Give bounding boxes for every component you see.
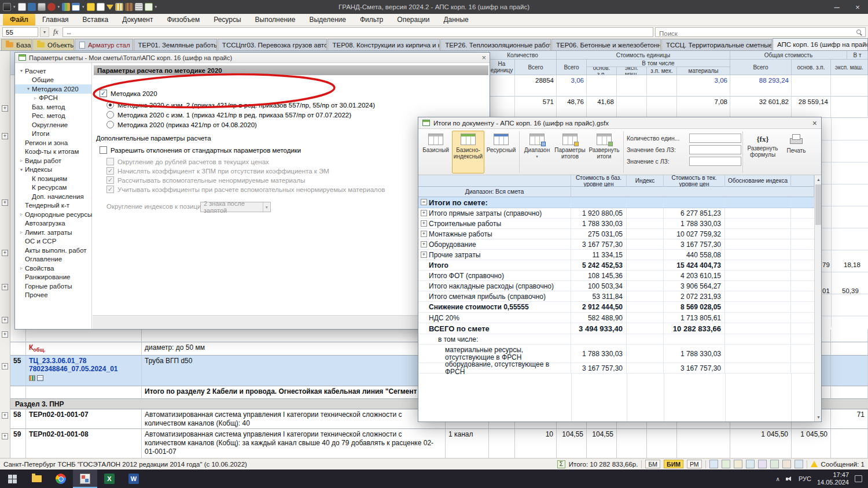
column-header-base[interactable]: Стоимость в баз. уровне цен <box>571 175 627 187</box>
totals-row[interactable]: в том числе: <box>418 334 814 345</box>
tree-item-k-resursam[interactable]: К ресурсам <box>15 183 91 193</box>
value-with-lz-input[interactable] <box>689 157 741 166</box>
doc-tab-base[interactable]: База <box>1 39 32 50</box>
tree-item-odnorodnye-resursy[interactable]: ▹Однородные ресурсы <box>15 210 91 219</box>
chevron-right-icon[interactable]: ▹ <box>18 230 25 235</box>
chevron-right-icon[interactable]: ▹ <box>32 95 39 101</box>
tree-item-obshchie[interactable]: Общие <box>15 76 91 85</box>
view-toggle-icon[interactable] <box>746 460 755 468</box>
tree-item-koef-k-itogam[interactable]: Коэф-ты к итогам <box>15 147 91 157</box>
expand-totals-button[interactable]: Развернуть итоги <box>587 131 621 173</box>
tree-item-limit-zatraty[interactable]: ▹Лимит. затраты <box>15 228 91 237</box>
tab-data[interactable]: Данные <box>436 14 475 25</box>
excel-icon[interactable]: X <box>97 469 122 488</box>
tab-operations[interactable]: Операции <box>390 14 436 25</box>
tree-item-oglavlenie[interactable]: Оглавление <box>15 255 91 264</box>
range-button[interactable]: Диапазон ▾ <box>521 131 553 173</box>
totals-row-nds[interactable]: НДС 20% 582 488,90 1 713 805,61 <box>418 313 814 323</box>
dialog-title-bar[interactable]: Параметры сметы - Мои сметы\Тотал\АПС ко… <box>15 53 490 63</box>
name-box-dropdown-icon[interactable]: ▾ <box>40 27 49 37</box>
tree-item-tendernyj-kt[interactable]: Тендерный к-т <box>15 201 91 210</box>
doc-tab-ter26[interactable]: ТЕР26. Теплоизоляционные работ...× <box>440 39 551 50</box>
library-icon[interactable] <box>125 3 133 11</box>
expand-icon[interactable]: + <box>421 252 427 258</box>
tree-item-akty[interactable]: Акты выполн. работ <box>15 246 91 255</box>
tab-resources[interactable]: Ресурсы <box>207 14 248 25</box>
tab-physvolume[interactable]: Физобъем <box>160 14 207 25</box>
scroll-up-icon[interactable]: ▲ <box>815 175 821 184</box>
totals-row[interactable]: Итого ФОТ (справочно) 108 145,36 4 203 6… <box>418 271 814 281</box>
view-toggle-icon[interactable] <box>722 460 730 468</box>
view-toggle-icon[interactable] <box>734 460 742 468</box>
radio-base-2020[interactable]: Методика 2020 (приказ 421/пр от 04.08.20… <box>106 121 257 128</box>
chevron-down-icon[interactable]: ▾ <box>82 5 85 9</box>
chart-icon[interactable] <box>29 375 35 381</box>
filter-icon[interactable] <box>106 5 113 10</box>
radio-izm2[interactable]: Методика 2020 с изм. 2 (приказ 421/пр в … <box>106 101 375 109</box>
totals-row[interactable]: +Оборудование 3 167 757,30 3 167 757,30 <box>418 239 814 250</box>
column-header[interactable] <box>418 175 571 187</box>
totals-row[interactable]: +Итого прямые затраты (справочно) 1 920 … <box>418 208 814 219</box>
doc-tab-ter08[interactable]: ТЕР08. Конструкции из кирпича и к...× <box>328 39 440 50</box>
rounding-select[interactable]: 2 знака после запятой ▾ <box>200 202 271 212</box>
totals-row[interactable]: Итого накладные расходы (справочно) 100 … <box>418 281 814 291</box>
chevron-right-icon[interactable]: ▹ <box>18 158 25 163</box>
chevron-down-icon[interactable]: ▾ <box>18 167 25 172</box>
word-icon[interactable]: W <box>122 469 146 488</box>
expand-icon[interactable]: + <box>421 231 427 237</box>
collapse-icon[interactable]: − <box>421 199 427 205</box>
close-icon[interactable]: × <box>812 119 817 128</box>
view-toggle-icon[interactable] <box>795 460 803 468</box>
save-icon[interactable] <box>28 3 36 11</box>
expand-row-icon[interactable]: + <box>2 199 8 206</box>
search-input[interactable] <box>656 29 865 38</box>
unit-quantity-input[interactable] <box>689 134 741 143</box>
tree-item-gornye-raboty[interactable]: Горные работы <box>15 282 91 291</box>
chevron-right-icon[interactable]: ▹ <box>18 212 25 217</box>
action-center-icon[interactable] <box>855 475 862 482</box>
chevron-right-icon[interactable]: ▹ <box>18 265 25 271</box>
dialog-title-bar[interactable]: Итоги по документу - АПС корп. 16 (шифр … <box>418 117 821 129</box>
totals-row[interactable]: оборудование, отсутствующее в ФРСН 3 167… <box>418 363 814 374</box>
new-document-icon[interactable] <box>18 3 26 11</box>
tab-filter[interactable]: Фильтр <box>353 14 390 25</box>
language-indicator[interactable]: РУС <box>799 475 811 482</box>
range-selector[interactable]: Диапазон: Вся смета <box>418 187 571 197</box>
tree-item-k-poziciyam[interactable]: К позициям <box>15 174 91 183</box>
tab-file[interactable]: Файл <box>3 14 35 25</box>
totals-row[interactable]: +Строительные работы 1 788 330,03 1 788 … <box>418 219 814 229</box>
expand-icon[interactable]: + <box>421 210 427 216</box>
undo-icon[interactable] <box>47 3 56 11</box>
chevron-down-icon[interactable]: ▾ <box>57 5 61 9</box>
scroll-down-icon[interactable]: ▼ <box>815 413 821 422</box>
volume-icon[interactable] <box>786 476 793 481</box>
list-icon[interactable] <box>135 3 143 11</box>
chart-icon[interactable] <box>62 3 70 11</box>
expand-row-icon[interactable]: + <box>2 284 8 290</box>
tree-item-res-metod[interactable]: Рес. метод <box>15 112 91 121</box>
expand-icon[interactable]: + <box>421 241 427 247</box>
scrollbar-thumb[interactable] <box>815 184 821 225</box>
column-header-index[interactable]: Индекс <box>627 175 664 187</box>
chevron-down-icon[interactable]: ▾ <box>13 5 16 9</box>
totals-row[interactable]: +Прочие затраты 11 334,15 440 558,08 <box>418 250 814 260</box>
radio-izm1[interactable]: Методика 2020 с изм. 1 (приказ 421/пр в … <box>106 111 351 119</box>
tree-item-baz-metod[interactable]: Баз. метод <box>15 102 91 112</box>
column-header-justification[interactable]: Обоснование индекса <box>725 175 791 187</box>
chrome-icon[interactable] <box>49 469 73 488</box>
checkbox-icon[interactable] <box>100 146 107 154</box>
view-toggle-icon[interactable] <box>709 460 718 468</box>
print-button[interactable]: Печать <box>783 131 810 173</box>
highlight-white-icon[interactable] <box>97 3 105 11</box>
expand-row-icon[interactable]: + <box>2 433 8 439</box>
doc-tab-tsscpg03[interactable]: ТССЦпг03. Перевозка грузов авто...× <box>218 39 328 50</box>
fx-icon[interactable]: fx <box>51 28 61 36</box>
expand-formulas-button[interactable]: {fx} Развернуть формулы <box>745 131 781 173</box>
expand-row-icon[interactable]: + <box>2 133 8 139</box>
tree-item-region[interactable]: Регион и зона <box>15 138 91 147</box>
column-header-current[interactable]: Стоимость в тек. уровне цен <box>664 175 725 187</box>
taskbar-clock[interactable]: 17:47 14.05.2024 <box>817 471 849 486</box>
minimize-button[interactable]: ─ <box>826 0 847 14</box>
basis-index-method-button[interactable]: Базисно- индексный <box>452 131 484 173</box>
doc-tab-aps-korp16[interactable]: АПС корп. 16 (шифр на прайс)× <box>773 38 868 50</box>
